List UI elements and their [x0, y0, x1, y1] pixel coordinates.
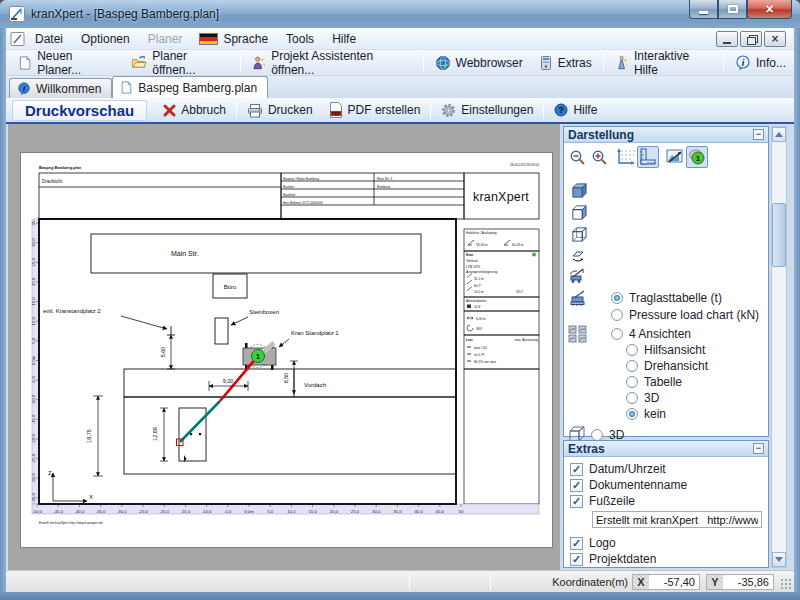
app-icon — [9, 6, 25, 22]
project-wizard-button[interactable]: Projekt Assistenten öffnen... — [244, 46, 420, 80]
view-wireframe-button[interactable] — [568, 223, 588, 245]
ruler-label: 0,0m — [244, 509, 254, 514]
info-kran-line: 10,5 m — [474, 290, 484, 294]
menu-optionen[interactable]: Optionen — [72, 30, 139, 48]
print-button[interactable]: Drucken — [239, 101, 321, 120]
toolbar-separator — [423, 54, 424, 72]
extras-button[interactable]: Extras — [531, 52, 600, 74]
load-glyphs — [467, 347, 471, 361]
info-reach-header: Hubhöhe / Ausladung — [466, 231, 497, 235]
tab-willkommen-label: Willkommen — [36, 82, 101, 96]
mdi-minimize-icon — [723, 42, 731, 44]
check-datum-uhrzeit[interactable]: Datum/Uhrzeit — [570, 462, 666, 476]
y-coordinate-chip: Y -35,86 — [706, 574, 774, 590]
panel-scrollbar[interactable] — [771, 126, 787, 568]
ruler-label: 50 — [459, 509, 464, 514]
cube-solid-icon — [570, 182, 587, 199]
arrow-up-icon — [775, 132, 783, 137]
ruler-view-button[interactable] — [637, 146, 659, 168]
open-planner-button[interactable]: Planer öffnen... — [123, 46, 237, 80]
globe-icon — [435, 55, 451, 71]
check-fusszeile[interactable]: Fußzeile — [570, 494, 635, 508]
radio-kein[interactable]: kein — [626, 407, 666, 421]
footer-text-input[interactable] — [592, 511, 762, 528]
help-icon: ? — [554, 103, 568, 117]
main-str-label: Main Str. — [171, 250, 199, 257]
crane-number-view-button[interactable]: 1 — [686, 146, 708, 168]
ruler-label: 45,0 — [436, 509, 445, 514]
chart-view-button[interactable] — [664, 146, 686, 168]
view-crane-rotate-button[interactable] — [568, 265, 588, 287]
boom-angle-icon — [468, 240, 474, 245]
mdi-close-button[interactable]: × — [764, 31, 786, 47]
minimize-button[interactable] — [689, 0, 718, 19]
title-bar[interactable]: kranXpert - [Baspeg Bamberg.plan] × — [0, 0, 800, 28]
tab-willkommen[interactable]: i Willkommen — [9, 78, 112, 98]
scrollbar-thumb[interactable] — [772, 203, 786, 267]
check-projektdaten[interactable]: Projektdaten — [570, 552, 656, 566]
extras-header[interactable]: Extras − — [564, 441, 768, 457]
radio-tabelle[interactable]: Tabelle — [626, 375, 682, 389]
abort-label: Abbruch — [181, 103, 226, 117]
ruler-label: -45,0 — [53, 509, 63, 514]
mdi-restore-button[interactable] — [740, 31, 762, 47]
radio-hilfsansicht[interactable]: Hilfsansicht — [626, 343, 705, 357]
ruler-label: -50,0 — [32, 509, 42, 514]
crane-rotate-icon — [569, 268, 587, 284]
menu-sprache[interactable]: Sprache — [220, 30, 277, 48]
axis-z-label: Z — [48, 470, 52, 476]
darstellung-header[interactable]: Darstellung − — [564, 127, 768, 143]
menu-datei[interactable]: Datei — [26, 30, 72, 48]
info-load-line: ist 0,79 — [474, 353, 485, 357]
radio-drehansicht[interactable]: Drehansicht — [626, 359, 708, 373]
abort-button[interactable]: Abbruch — [155, 101, 234, 119]
collapse-icon[interactable]: − — [753, 129, 764, 140]
collapse-icon[interactable]: − — [753, 443, 764, 454]
maximize-button[interactable] — [718, 0, 747, 19]
boom-line-teal — [180, 401, 220, 442]
resize-grip[interactable] — [780, 578, 792, 590]
checkbox-label: Projektdaten — [589, 552, 656, 566]
view-flat-button[interactable] — [568, 245, 588, 265]
menu-hilfe[interactable]: Hilfe — [323, 30, 365, 48]
steinboxen-label: Steinboxen — [249, 309, 279, 315]
radio-3d-view[interactable]: 3D — [626, 391, 659, 405]
radio-4-ansichten[interactable]: 4 Ansichten — [611, 327, 691, 341]
radio-pressure-load-chart[interactable]: Pressure load chart (kN) — [611, 308, 759, 322]
document-menu-icon[interactable] — [10, 32, 26, 46]
help-button[interactable]: ? Hilfe — [546, 101, 605, 119]
info-load-note: max. Auslastung — [515, 338, 539, 342]
mdi-minimize-button[interactable] — [716, 31, 738, 47]
darstellung-title: Darstellung — [568, 128, 634, 142]
zoom-in-button[interactable] — [588, 146, 610, 168]
scroll-down-button[interactable] — [772, 552, 786, 567]
webbrowser-button[interactable]: Webbrowser — [427, 52, 531, 74]
view-hidden-line-button[interactable] — [568, 201, 588, 223]
grid-view-button[interactable] — [615, 146, 637, 168]
radio-traglasttabelle[interactable]: Traglasttabelle (t) — [611, 291, 722, 305]
scroll-up-button[interactable] — [772, 127, 786, 142]
radio-label: Tabelle — [644, 375, 682, 389]
settings-button[interactable]: Einstellungen — [433, 101, 541, 120]
radio-label: Hilfsansicht — [644, 343, 705, 357]
left-ruler-labels: 3530,025,020,015,010,05,00,0m-5,0-10,0-1… — [31, 220, 36, 503]
radio-icon — [626, 376, 638, 388]
close-button[interactable]: × — [747, 0, 792, 19]
tab-baspeg-bamberg[interactable]: Baspeg Bamberg.plan — [112, 76, 268, 98]
check-logo[interactable]: Logo — [570, 536, 616, 550]
interactive-help-button[interactable]: Interaktive Hilfe — [607, 46, 720, 80]
view-crane-button[interactable] — [568, 287, 588, 309]
red-x-icon — [163, 104, 176, 117]
menu-tools[interactable]: Tools — [277, 30, 323, 48]
project-cell: Bauherr — [283, 185, 295, 189]
zoom-out-button[interactable] — [566, 146, 588, 168]
ruler-label: -40,0 — [75, 509, 85, 514]
view-solid-button[interactable] — [568, 179, 588, 201]
check-dokumentenname[interactable]: Dokumentenname — [570, 478, 687, 492]
minimize-icon — [699, 11, 708, 14]
project-cell: Herr Böhmer 0172-0000000 — [283, 201, 323, 205]
info-button[interactable]: i Info... — [727, 52, 794, 74]
create-pdf-button[interactable]: PDF PDF erstellen — [321, 100, 429, 120]
new-planner-button[interactable]: Neuen Planer... — [10, 46, 123, 80]
arrow-down-icon — [775, 557, 783, 562]
